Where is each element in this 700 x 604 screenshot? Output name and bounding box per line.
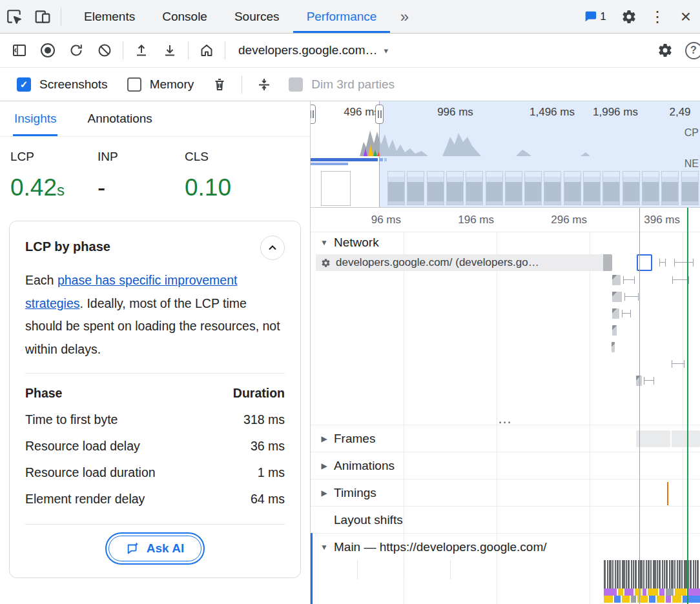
core-web-vitals: LCP 0.42s INP - CLS 0.10: [0, 137, 310, 205]
lcp-by-phase-card: LCP by phase Each phase has specific imp…: [9, 221, 301, 578]
network-waterfall[interactable]: [311, 272, 700, 413]
screenshots-label: Screenshots: [39, 77, 108, 92]
flame-event-segment: [618, 589, 623, 596]
speech-bubble-icon: [583, 10, 597, 24]
layout-shifts-track-header[interactable]: Layout shifts: [311, 506, 700, 533]
triangle-down-icon: ▼: [320, 238, 329, 247]
divider: [123, 41, 123, 59]
kebab-menu-icon[interactable]: ⋮: [643, 3, 672, 31]
timeline-overview[interactable]: 496 ms 996 ms 1,496 ms 1,996 ms 2,49 CP …: [311, 101, 700, 208]
request-bar: [612, 325, 617, 336]
network-track-header[interactable]: ▼ Network: [311, 232, 700, 253]
frame-thumbnail: [636, 430, 670, 447]
request-whisker: [672, 360, 685, 368]
flame-bar: [646, 560, 647, 589]
settings-gear-icon[interactable]: [615, 3, 643, 31]
clear-icon[interactable]: [90, 36, 119, 65]
target-selector[interactable]: developers.google.com… ▾: [229, 36, 397, 65]
screenshots-checkbox[interactable]: ✓ Screenshots: [17, 77, 108, 92]
card-title: LCP by phase: [25, 236, 110, 254]
tab-annotations[interactable]: Annotations: [86, 101, 153, 136]
capture-settings-gear-icon[interactable]: [651, 36, 679, 65]
tab-insights[interactable]: Insights: [13, 101, 57, 136]
memory-label: Memory: [150, 77, 194, 92]
collapse-card-icon[interactable]: [260, 236, 285, 260]
waterfall-resizer[interactable]: …: [311, 413, 700, 425]
flame-bar: [617, 560, 619, 589]
device-toolbar-icon[interactable]: [28, 3, 57, 31]
network-request-bar[interactable]: developers.google.com/ (developers.go…: [316, 254, 612, 271]
timeline-ruler[interactable]: 96 ms 196 ms 296 ms 396 ms: [311, 208, 700, 232]
tab-console[interactable]: Console: [149, 0, 221, 33]
flame-event-segment: [643, 589, 646, 596]
flame-bar: [643, 560, 644, 589]
window-handle-left[interactable]: [311, 105, 316, 124]
tab-elements[interactable]: Elements: [70, 0, 149, 33]
main-flame-chart[interactable]: [311, 560, 700, 604]
divider: [25, 524, 285, 525]
tab-performance[interactable]: Performance: [293, 0, 391, 33]
window-handle-right[interactable]: [375, 105, 384, 124]
checkbox-checked-icon: ✓: [17, 77, 31, 92]
flame-event-segment: [688, 589, 700, 596]
frames-track-header[interactable]: ▶ Frames: [311, 425, 700, 452]
table-row: Resource load duration1 ms: [25, 459, 285, 486]
flame-event-segment: [649, 596, 655, 603]
selected-request-outline[interactable]: [637, 254, 652, 271]
inspect-element-icon[interactable]: [0, 3, 28, 31]
flame-bar: [653, 560, 656, 589]
filmstrip-frame[interactable]: [321, 171, 351, 206]
memory-checkbox[interactable]: Memory: [127, 77, 194, 92]
request-whisker: [672, 276, 689, 284]
flame-bar: [677, 560, 678, 589]
dim-3rd-parties-checkbox[interactable]: Dim 3rd parties: [289, 77, 395, 92]
flame-event-segment: [672, 596, 681, 603]
flame-bar: [607, 560, 608, 589]
ask-ai-button[interactable]: Ask AI: [108, 536, 201, 561]
collapse-tracks-icon[interactable]: [250, 70, 278, 99]
tab-sources[interactable]: Sources: [221, 0, 293, 33]
flame-bar: [679, 560, 681, 589]
flame-color-strip: [604, 596, 700, 603]
flame-bar: [662, 560, 663, 589]
flame-event-segment: [622, 596, 630, 603]
animations-track-header[interactable]: ▶ Animations: [311, 452, 700, 479]
main-track-header[interactable]: ▼ Main — https://developers.google.com/: [311, 533, 700, 560]
table-header-row: PhaseDuration: [25, 380, 285, 407]
save-profile-icon[interactable]: [156, 36, 184, 65]
collect-garbage-icon[interactable]: [205, 70, 234, 99]
divider: [225, 41, 225, 59]
close-devtools-icon[interactable]: ×: [672, 3, 700, 31]
record-icon[interactable]: [34, 36, 62, 65]
flame-bar: [648, 560, 650, 589]
load-profile-icon[interactable]: [127, 36, 156, 65]
ruler-label: 196 ms: [458, 214, 494, 226]
flame-bar: [671, 560, 674, 589]
cpu-track-label: CP: [685, 127, 699, 139]
more-tabs-icon[interactable]: »: [390, 3, 418, 31]
flame-barcode: [604, 560, 700, 589]
grid-tick: [357, 560, 358, 579]
reload-and-record-icon[interactable]: [62, 36, 90, 65]
flame-bar: [674, 560, 675, 589]
target-url: developers.google.com…: [238, 43, 377, 57]
flame-event-segment: [683, 596, 700, 603]
flame-color-strip: [604, 589, 700, 596]
timings-track-title: Timings: [334, 486, 376, 500]
flame-bar: [631, 560, 632, 589]
devtools-window: Elements Console Sources Performance » 1…: [0, 0, 700, 604]
request-label: developers.google.com/ (developers.go…: [336, 256, 539, 269]
network-track-label: NE: [685, 158, 699, 170]
flame-bar: [695, 560, 696, 589]
toggle-sidebar-icon[interactable]: [5, 36, 34, 65]
panel-tabs: Elements Console Sources Performance: [70, 0, 390, 33]
timings-track-header[interactable]: ▶ Timings: [311, 479, 700, 506]
frame-thumbnail: [672, 430, 700, 447]
devtools-main-toolbar: Elements Console Sources Performance » 1…: [0, 0, 700, 34]
ask-ai-focus-ring: Ask AI: [105, 532, 205, 565]
help-icon[interactable]: ?: [679, 36, 700, 65]
checkbox-unchecked-icon: [127, 77, 141, 92]
console-messages-icon[interactable]: 1: [575, 3, 615, 31]
grid-tick: [450, 560, 451, 579]
home-icon[interactable]: [192, 36, 221, 65]
